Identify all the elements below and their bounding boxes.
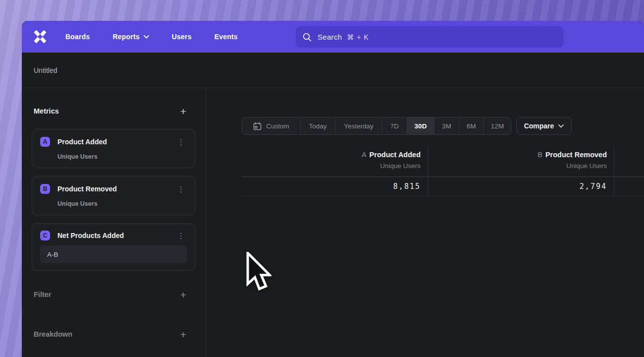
metric-card-c[interactable]: C Net Products Added ⋮ A-B bbox=[32, 223, 195, 271]
formula-input[interactable]: A-B bbox=[40, 245, 187, 263]
result-column-spacer bbox=[614, 146, 644, 196]
chevron-down-icon bbox=[558, 124, 564, 128]
filter-label: Filter bbox=[34, 291, 51, 298]
metric-measure[interactable]: Unique Users bbox=[57, 153, 187, 160]
column-value: 8,815 bbox=[242, 177, 428, 196]
date-range-12m[interactable]: 12M bbox=[483, 118, 511, 134]
compare-button[interactable]: Compare bbox=[516, 117, 572, 135]
kebab-menu-icon[interactable]: ⋮ bbox=[175, 184, 187, 194]
date-range-label: 6M bbox=[467, 122, 476, 130]
breakdown-section-header: Breakdown + bbox=[22, 327, 206, 341]
date-range-label: Today bbox=[309, 122, 326, 130]
search-icon bbox=[303, 33, 312, 42]
column-measure: Unique Users bbox=[242, 162, 421, 170]
nav-item-label: Users bbox=[172, 33, 192, 41]
compare-label: Compare bbox=[524, 122, 554, 130]
breakdown-label: Breakdown bbox=[34, 330, 72, 338]
kebab-menu-icon[interactable]: ⋮ bbox=[175, 231, 187, 240]
metric-letter-badge: C bbox=[40, 231, 50, 240]
search-placeholder: Search bbox=[318, 33, 342, 41]
date-range-label: 3M bbox=[442, 122, 451, 130]
metric-name: Product Added bbox=[57, 138, 175, 146]
chevron-down-icon bbox=[144, 35, 149, 39]
date-range-30d[interactable]: 30D bbox=[407, 118, 434, 134]
column-header: AProduct Added Unique Users bbox=[242, 146, 428, 177]
metric-name: Net Products Added bbox=[57, 232, 175, 239]
report-header: Untitled bbox=[22, 53, 644, 88]
add-metric-button[interactable]: + bbox=[180, 106, 186, 117]
results-table: AProduct Added Unique Users 8,815 BProdu… bbox=[242, 146, 644, 196]
date-range-control: Custom Today Yesterday 7D 30D bbox=[242, 117, 511, 135]
date-range-label: Yesterday bbox=[344, 122, 374, 130]
kebab-menu-icon[interactable]: ⋮ bbox=[175, 137, 187, 147]
search-input[interactable]: Search ⌘ + K bbox=[296, 26, 563, 48]
metric-letter-badge: A bbox=[40, 137, 50, 147]
add-filter-button[interactable]: + bbox=[180, 290, 186, 300]
date-range-3m[interactable]: 3M bbox=[434, 118, 459, 134]
nav-item-label: Reports bbox=[112, 33, 139, 41]
app-window: Boards Reports Users Events Search ⌘ + K… bbox=[22, 21, 644, 357]
search-shortcut: ⌘ + K bbox=[347, 33, 369, 41]
report-title[interactable]: Untitled bbox=[34, 66, 57, 74]
date-range-yesterday[interactable]: Yesterday bbox=[335, 118, 382, 134]
metric-measure[interactable]: Unique Users bbox=[57, 200, 187, 207]
results-panel: Custom Today Yesterday 7D 30D bbox=[207, 88, 644, 357]
nav-item-label: Boards bbox=[65, 33, 90, 41]
date-range-7d[interactable]: 7D bbox=[382, 118, 407, 134]
column-metric-letter: B bbox=[537, 151, 542, 159]
nav-item-boards[interactable]: Boards bbox=[65, 33, 90, 41]
top-nav: Boards Reports Users Events Search ⌘ + K bbox=[22, 21, 644, 53]
date-range-today[interactable]: Today bbox=[300, 118, 335, 134]
nav-item-label: Events bbox=[215, 33, 238, 41]
metrics-section-header: Metrics + bbox=[22, 104, 206, 118]
metric-card-a[interactable]: A Product Added ⋮ Unique Users bbox=[32, 129, 195, 168]
column-header: BProduct Removed Unique Users bbox=[428, 146, 614, 177]
add-breakdown-button[interactable]: + bbox=[180, 329, 186, 340]
query-builder-sidebar: Metrics + A Product Added ⋮ Unique Users… bbox=[22, 88, 207, 357]
date-range-label: 7D bbox=[390, 122, 399, 130]
date-range-label: 12M bbox=[491, 122, 504, 130]
nav-item-reports[interactable]: Reports bbox=[112, 33, 149, 41]
column-metric-letter: A bbox=[362, 151, 367, 159]
result-column-b: BProduct Removed Unique Users 2,794 bbox=[428, 146, 614, 196]
metric-letter-badge: B bbox=[40, 184, 50, 194]
metric-card-b[interactable]: B Product Removed ⋮ Unique Users bbox=[32, 176, 195, 215]
mixpanel-logo-icon[interactable] bbox=[33, 30, 48, 43]
metric-name: Product Removed bbox=[57, 185, 175, 193]
date-range-custom[interactable]: Custom bbox=[242, 118, 300, 134]
column-value: 2,794 bbox=[428, 177, 614, 196]
column-metric-name: BProduct Removed bbox=[428, 151, 607, 159]
filter-section-header: Filter + bbox=[22, 288, 206, 301]
nav-item-events[interactable]: Events bbox=[215, 33, 238, 41]
column-measure: Unique Users bbox=[428, 162, 607, 170]
date-range-label: 30D bbox=[415, 122, 427, 130]
date-range-label: Custom bbox=[266, 122, 289, 130]
calendar-icon bbox=[253, 122, 262, 130]
metrics-label: Metrics bbox=[34, 107, 59, 115]
column-metric-name: AProduct Added bbox=[242, 151, 421, 159]
result-column-a: AProduct Added Unique Users 8,815 bbox=[242, 146, 428, 196]
date-toolbar: Custom Today Yesterday 7D 30D bbox=[242, 117, 644, 135]
date-range-6m[interactable]: 6M bbox=[459, 118, 483, 134]
nav-items: Boards Reports Users Events bbox=[65, 33, 238, 41]
nav-item-users[interactable]: Users bbox=[172, 33, 192, 41]
